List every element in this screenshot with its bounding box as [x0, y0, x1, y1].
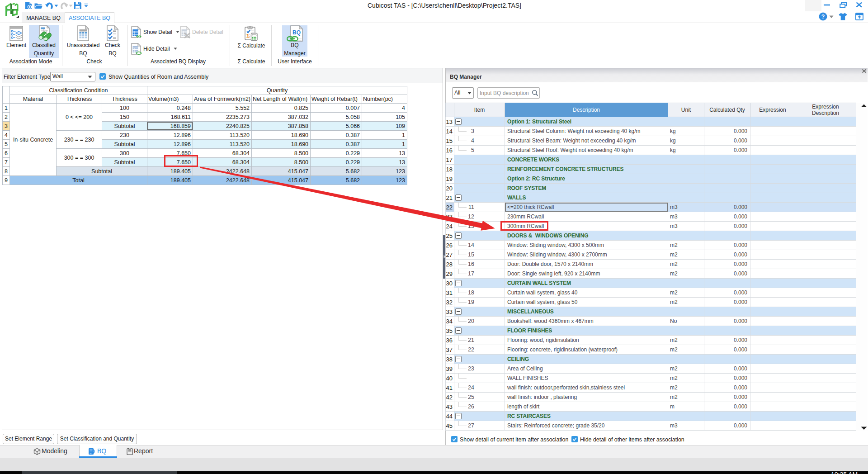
- svg-text:Σ: Σ: [246, 33, 250, 38]
- svg-text:BQ: BQ: [292, 29, 301, 36]
- svg-text:?: ?: [821, 14, 825, 20]
